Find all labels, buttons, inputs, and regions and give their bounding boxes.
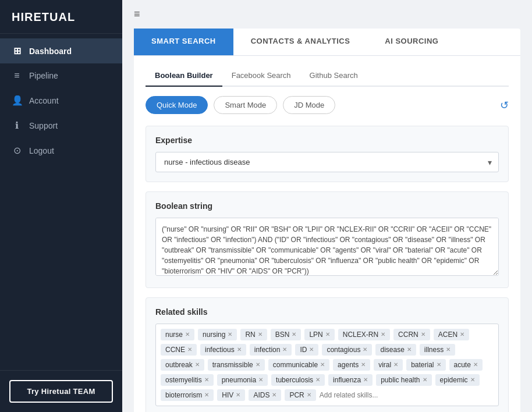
skill-tag: transmissible✕ [208, 359, 265, 371]
main-tab-contacts-analytics[interactable]: CONTACTS & ANALYTICS [233, 29, 368, 55]
skill-tag: BSN✕ [271, 329, 302, 340]
remove-skill-icon[interactable]: ✕ [393, 362, 398, 368]
remove-skill-icon[interactable]: ✕ [361, 362, 366, 368]
pipeline-icon: ≡ [12, 70, 22, 81]
remove-skill-icon[interactable]: ✕ [421, 332, 425, 338]
content-area: Boolean BuilderFacebook SearchGithub Sea… [134, 56, 520, 412]
sidebar-item-label: Dashboard [29, 47, 72, 56]
skill-tag: LPN✕ [304, 329, 334, 340]
related-skills-section: Related skills nurse✕nursing✕RN✕BSN✕LPN✕… [146, 297, 509, 412]
sidebar: HIRETUAL ⊞Dashboard≡Pipeline👤AccountℹSup… [0, 0, 122, 412]
logout-icon: ⊙ [12, 145, 22, 156]
remove-skill-icon[interactable]: ✕ [363, 377, 368, 383]
remove-skill-icon[interactable]: ✕ [195, 362, 200, 368]
skill-tag: HIV✕ [217, 389, 245, 401]
skill-tag: viral✕ [374, 359, 403, 371]
sidebar-item-support[interactable]: ℹSupport [0, 113, 122, 138]
dashboard-icon: ⊞ [12, 45, 22, 56]
skill-tag: disease✕ [375, 344, 416, 356]
sub-tab-facebook-search[interactable]: Facebook Search [222, 66, 300, 87]
sidebar-item-pipeline[interactable]: ≡Pipeline [0, 63, 122, 88]
top-bar: ≡ [122, 0, 532, 29]
support-icon: ℹ [12, 120, 22, 131]
add-skill-input[interactable] [320, 389, 407, 401]
skill-tag: ACEN✕ [434, 329, 469, 340]
skill-tag: pneumonia✕ [217, 374, 268, 386]
skill-tag: outbreak✕ [161, 359, 204, 371]
sidebar-item-account[interactable]: 👤Account [0, 88, 122, 113]
skill-tag: nurse✕ [161, 329, 194, 340]
sub-tabs: Boolean BuilderFacebook SearchGithub Sea… [146, 66, 509, 87]
skill-tag: ID✕ [295, 344, 318, 356]
remove-skill-icon[interactable]: ✕ [437, 362, 441, 368]
reset-button[interactable]: ↺ [500, 99, 509, 112]
remove-skill-icon[interactable]: ✕ [228, 332, 232, 338]
remove-skill-icon[interactable]: ✕ [256, 362, 260, 368]
skill-tag: infectious✕ [200, 344, 246, 356]
remove-skill-icon[interactable]: ✕ [282, 347, 287, 353]
remove-skill-icon[interactable]: ✕ [309, 347, 314, 353]
remove-skill-icon[interactable]: ✕ [272, 392, 276, 398]
skill-tag: communicable✕ [268, 359, 329, 371]
skill-tag: AIDS✕ [249, 389, 281, 401]
remove-skill-icon[interactable]: ✕ [204, 377, 209, 383]
mode-row: Quick ModeSmart ModeJD Mode↺ [146, 96, 509, 114]
sub-tab-github-search[interactable]: Github Search [300, 66, 367, 87]
remove-skill-icon[interactable]: ✕ [446, 347, 451, 353]
skill-tag: NCLEX-RN✕ [338, 329, 390, 340]
remove-skill-icon[interactable]: ✕ [381, 332, 385, 338]
account-icon: 👤 [12, 95, 22, 106]
remove-skill-icon[interactable]: ✕ [187, 347, 192, 353]
sub-tab-boolean-builder[interactable]: Boolean Builder [146, 66, 222, 87]
sidebar-item-dashboard[interactable]: ⊞Dashboard [0, 38, 122, 63]
hamburger-icon[interactable]: ≡ [134, 8, 140, 20]
boolean-string-textarea[interactable]: ("nurse" OR "nursing" OR "RII" OR "BSH" … [155, 218, 499, 276]
remove-skill-icon[interactable]: ✕ [237, 347, 242, 353]
remove-skill-icon[interactable]: ✕ [470, 377, 475, 383]
sidebar-nav: ⊞Dashboard≡Pipeline👤AccountℹSupport⊙Logo… [0, 34, 122, 370]
main-content: ≡ SMART SEARCHCONTACTS & ANALYTICSAI SOU… [122, 0, 532, 412]
skill-tag: illness✕ [420, 344, 455, 356]
remove-skill-icon[interactable]: ✕ [325, 332, 330, 338]
skills-container: nurse✕nursing✕RN✕BSN✕LPN✕NCLEX-RN✕CCRN✕A… [155, 324, 499, 406]
sidebar-cta: Try Hiretual TEAM [0, 370, 122, 412]
sidebar-item-logout[interactable]: ⊙Logout [0, 138, 122, 163]
skill-tag: contagious✕ [322, 344, 372, 356]
main-tab-ai-sourcing[interactable]: AI SOURCING [367, 29, 456, 55]
skill-tag: acute✕ [449, 359, 483, 371]
skill-tag: tuberculosis✕ [271, 374, 325, 386]
remove-skill-icon[interactable]: ✕ [407, 347, 412, 353]
remove-skill-icon[interactable]: ✕ [307, 392, 311, 398]
remove-skill-icon[interactable]: ✕ [423, 377, 427, 383]
sidebar-item-label: Support [29, 121, 58, 130]
remove-skill-icon[interactable]: ✕ [292, 332, 296, 338]
mode-btn-smart-mode[interactable]: Smart Mode [214, 96, 277, 114]
remove-skill-icon[interactable]: ✕ [204, 392, 209, 398]
skill-tag: ostemyelitis✕ [161, 374, 214, 386]
remove-skill-icon[interactable]: ✕ [320, 362, 325, 368]
skill-tag: epidemic✕ [435, 374, 480, 386]
skill-tag: nursing✕ [198, 329, 237, 340]
related-skills-title: Related skills [155, 307, 499, 317]
mode-btn-jd-mode[interactable]: JD Mode [283, 96, 335, 114]
boolean-string-section: Boolean string ("nurse" OR "nursing" OR … [146, 191, 509, 288]
remove-skill-icon[interactable]: ✕ [315, 377, 320, 383]
skill-tag: baterial✕ [406, 359, 445, 371]
remove-skill-icon[interactable]: ✕ [363, 347, 367, 353]
remove-skill-icon[interactable]: ✕ [185, 332, 190, 338]
remove-skill-icon[interactable]: ✕ [460, 332, 464, 338]
boolean-string-title: Boolean string [155, 201, 499, 211]
expertise-title: Expertise [155, 136, 499, 145]
skill-tag: RN✕ [240, 329, 267, 340]
skill-tag: bioterrorism✕ [161, 389, 214, 401]
try-team-button[interactable]: Try Hiretual TEAM [9, 380, 113, 403]
mode-btn-quick-mode[interactable]: Quick Mode [146, 96, 208, 114]
remove-skill-icon[interactable]: ✕ [258, 377, 263, 383]
main-tabs: SMART SEARCHCONTACTS & ANALYTICSAI SOURC… [134, 29, 520, 56]
expertise-select-wrapper: nurse - infectious diseasesoftware engin… [155, 152, 499, 172]
remove-skill-icon[interactable]: ✕ [236, 392, 240, 398]
expertise-select[interactable]: nurse - infectious diseasesoftware engin… [155, 152, 499, 172]
main-tab-smart-search[interactable]: SMART SEARCH [134, 29, 233, 55]
remove-skill-icon[interactable]: ✕ [473, 362, 478, 368]
remove-skill-icon[interactable]: ✕ [258, 332, 263, 338]
